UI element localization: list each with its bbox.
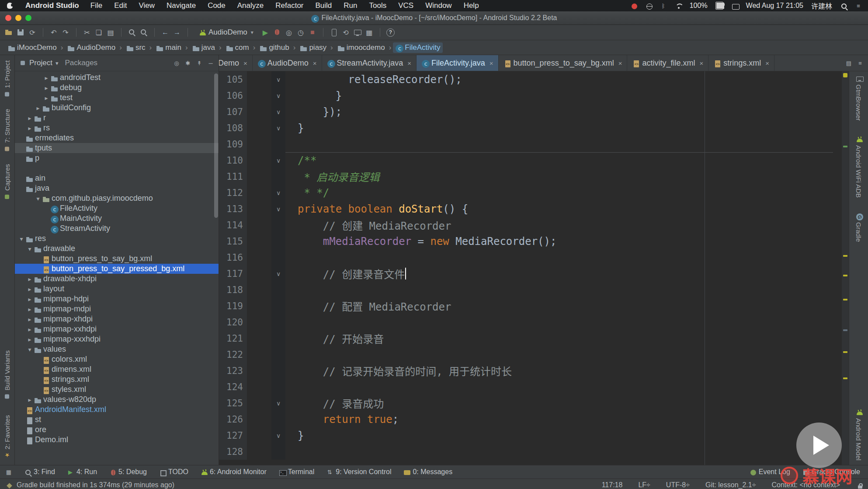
folder-icon[interactable] xyxy=(34,306,41,313)
stripe-mark[interactable] xyxy=(843,299,847,300)
folder-icon[interactable] xyxy=(259,44,266,51)
eventlog-tool-icon[interactable] xyxy=(749,468,756,475)
project-tool-icon[interactable] xyxy=(4,91,11,98)
tree-item-p[interactable]: p xyxy=(15,153,219,163)
fold-marker-icon[interactable]: ∨ xyxy=(271,201,285,217)
project-scrollbar[interactable] xyxy=(214,73,218,218)
tree-item-layout[interactable]: ▸layout xyxy=(15,284,219,294)
sync-icon[interactable]: ⟳ xyxy=(28,28,37,37)
folder-icon[interactable] xyxy=(50,84,57,91)
menu-item-tools[interactable]: Tools xyxy=(369,1,387,10)
tree-item-buildconfig[interactable]: ▸buildConfig xyxy=(15,103,219,113)
gear-icon[interactable]: ✱ xyxy=(184,59,191,66)
folder-icon[interactable] xyxy=(34,115,41,122)
menu-item-edit[interactable]: Edit xyxy=(114,1,127,10)
console-tool-icon[interactable] xyxy=(802,468,809,475)
code-line-116[interactable]: 116 xyxy=(219,249,842,265)
menu-item-view[interactable]: View xyxy=(139,1,155,10)
run-tool-icon[interactable]: ▶ xyxy=(67,468,74,475)
tool-button-gtmbrowser[interactable]: GtmBrowser xyxy=(855,75,862,121)
folder-icon[interactable] xyxy=(156,44,163,51)
breadcrumb-fileactivity[interactable]: FileActivity xyxy=(393,42,442,53)
tree-item-mipmap-mdpi[interactable]: ▸mipmap-mdpi xyxy=(15,304,219,314)
folder-icon[interactable] xyxy=(25,145,32,152)
monitor-icon[interactable] xyxy=(353,28,362,37)
breadcrumb-java[interactable]: java xyxy=(190,42,217,53)
menu-item-code[interactable]: Code xyxy=(208,1,226,10)
folder-icon[interactable] xyxy=(34,125,41,132)
folder-icon[interactable] xyxy=(25,155,32,162)
tool-window-button-3-find[interactable]: 3: Find xyxy=(24,468,55,476)
code-line-111[interactable]: 111 * 启动录音逻辑 xyxy=(219,168,842,185)
tree-collapsed-arrow-icon[interactable]: ▸ xyxy=(26,125,34,132)
open-icon[interactable] xyxy=(4,28,13,37)
minimize-window-button[interactable] xyxy=(15,15,21,21)
code-line-118[interactable]: 118 xyxy=(219,282,842,298)
spotlight-icon[interactable] xyxy=(840,2,847,9)
folder-icon[interactable] xyxy=(34,346,41,353)
copy-icon[interactable]: ❏ xyxy=(94,28,103,37)
close-tab-icon[interactable]: × xyxy=(313,59,317,67)
tool-button-build-variants[interactable]: Build Variants xyxy=(3,350,11,400)
code-line-114[interactable]: 114 // 创建 MediaRecorder xyxy=(219,217,842,233)
redo-icon[interactable]: ↷ xyxy=(61,28,70,37)
close-tab-icon[interactable]: × xyxy=(407,59,411,67)
tree-item-demo-iml[interactable]: Demo.iml xyxy=(15,435,219,445)
folder-icon[interactable] xyxy=(299,44,306,51)
folder-icon[interactable] xyxy=(42,105,49,112)
tool-button-7-structure[interactable]: 7: Structure xyxy=(3,109,11,153)
code-line-124[interactable]: 124 xyxy=(219,379,842,395)
tree-item-colors-xml[interactable]: colors.xml xyxy=(15,354,219,364)
video-play-button[interactable] xyxy=(796,423,842,468)
tree-item-drawable-xhdpi[interactable]: ▸drawable-xhdpi xyxy=(15,274,219,284)
folder-icon[interactable] xyxy=(34,396,41,403)
tool-button-captures[interactable]: Captures xyxy=(3,164,11,200)
code-line-128[interactable]: 128 xyxy=(219,444,842,460)
stripe-mark[interactable] xyxy=(843,146,847,147)
file-icon[interactable] xyxy=(25,416,32,423)
android-icon[interactable] xyxy=(855,409,862,416)
menu-user-name[interactable]: 许建林 xyxy=(811,0,832,11)
tree-collapsed-arrow-icon[interactable]: ▸ xyxy=(26,115,34,122)
tool-button-1-project[interactable]: 1: Project xyxy=(3,60,11,98)
tree-collapsed-arrow-icon[interactable]: ▸ xyxy=(34,105,42,112)
tree-item-rs[interactable]: ▸rs xyxy=(15,123,219,133)
menu-item-run[interactable]: Run xyxy=(344,1,357,10)
tool-window-button-4-run[interactable]: ▶4: Run xyxy=(67,468,97,476)
avd-icon[interactable] xyxy=(330,28,338,37)
tool-button-android-wifi-adb[interactable]: Android WiFi ADB xyxy=(855,136,862,198)
tree-item-ain[interactable]: ain xyxy=(15,173,219,183)
class-icon[interactable] xyxy=(421,59,428,66)
close-tab-icon[interactable]: × xyxy=(618,59,622,67)
menu-item-build[interactable]: Build xyxy=(316,1,332,10)
tree-collapsed-arrow-icon[interactable]: ▸ xyxy=(26,296,34,303)
folder-icon[interactable] xyxy=(34,276,41,283)
gradle-icon[interactable] xyxy=(855,213,862,220)
fold-marker-icon[interactable]: ∨ xyxy=(271,427,285,444)
tree-collapsed-arrow-icon[interactable]: ▸ xyxy=(42,84,50,91)
undo-icon[interactable]: ↶ xyxy=(49,28,58,37)
code-line-110[interactable]: 110∨/** xyxy=(219,152,842,168)
xml-icon[interactable] xyxy=(632,59,639,66)
tree-item-styles-xml[interactable]: styles.xml xyxy=(15,384,219,395)
code-line-120[interactable]: 120 xyxy=(219,314,842,330)
zoom-window-button[interactable] xyxy=(25,15,31,21)
tree-item-streamactivity[interactable]: StreamActivity xyxy=(15,224,219,234)
tree-collapsed-arrow-icon[interactable]: ▸ xyxy=(26,396,34,403)
replace-icon[interactable] xyxy=(139,28,148,37)
manifest-icon[interactable] xyxy=(25,406,32,413)
tree-item-androidmanifest-xml[interactable]: AndroidManifest.xml xyxy=(15,405,219,415)
tree-item-drawable[interactable]: ▾drawable xyxy=(15,244,219,254)
packages-pane-title[interactable]: Packages xyxy=(65,59,97,67)
menu-item-help[interactable]: Help xyxy=(464,1,479,10)
status-widget-117-18[interactable]: 117:18 xyxy=(602,481,623,489)
tree-item-mipmap-hdpi[interactable]: ▸mipmap-hdpi xyxy=(15,294,219,304)
class-icon[interactable] xyxy=(257,59,264,66)
monitor-icon[interactable] xyxy=(855,75,862,82)
breadcrumb-com[interactable]: com xyxy=(223,42,251,53)
debug-icon[interactable] xyxy=(273,28,281,37)
help-icon[interactable]: ? xyxy=(386,28,395,37)
tree-collapsed-arrow-icon[interactable]: ▸ xyxy=(42,94,50,101)
stripe-mark[interactable] xyxy=(843,351,847,353)
tree-collapsed-arrow-icon[interactable]: ▸ xyxy=(26,306,34,313)
